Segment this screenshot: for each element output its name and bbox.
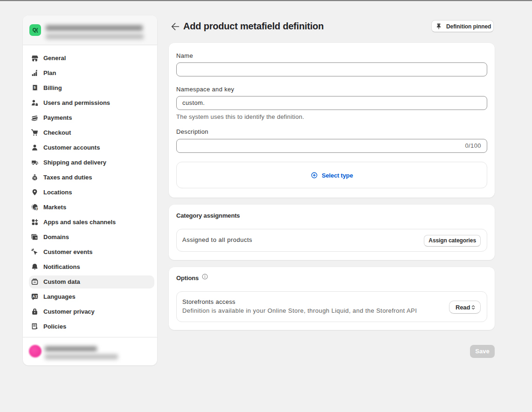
svg-text:$: $ (34, 85, 36, 89)
svg-text:$: $ (35, 207, 37, 211)
svg-text:A: A (32, 295, 35, 299)
